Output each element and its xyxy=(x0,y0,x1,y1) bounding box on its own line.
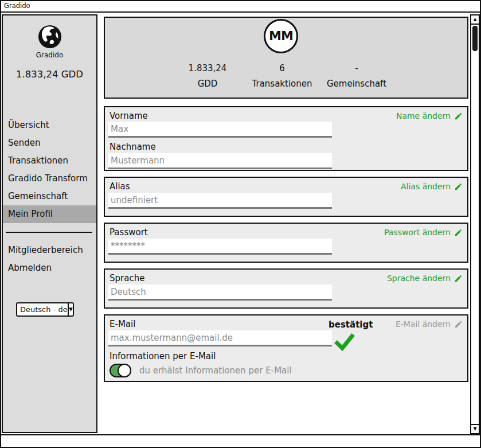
sidebar-item-gradido-transform[interactable]: Gradido Transform xyxy=(3,170,96,188)
scroll-up-arrow-icon[interactable]: ▲ xyxy=(471,15,479,25)
passwort-aendern-label: Passwort ändern xyxy=(384,228,451,237)
passwort-label: Passwort xyxy=(110,227,148,237)
sidebar-item-abmelden[interactable]: Abmelden xyxy=(3,259,96,277)
pencil-icon xyxy=(454,228,463,237)
newsletter-label: Informationen per E-Mail xyxy=(110,351,216,361)
alias-input[interactable] xyxy=(108,193,332,209)
sidebar-item-mitgliederbereich[interactable]: Mitgliederbereich xyxy=(3,241,96,259)
language-dropdown-value: Deutsch - de xyxy=(17,303,68,315)
email-label: E-Mail xyxy=(110,319,135,329)
passwort-aendern-link[interactable]: Passwort ändern xyxy=(384,228,463,237)
newsletter-toggle-row: du erhälst Informationen per E-Mail xyxy=(110,364,292,377)
email-aendern-link[interactable]: E-Mail ändern xyxy=(396,320,463,329)
gradido-logo xyxy=(3,24,96,52)
pencil-icon xyxy=(454,274,463,283)
sidebar-balance: 1.833,24 GDD xyxy=(3,69,96,80)
check-icon xyxy=(334,332,355,354)
email-aendern-label: E-Mail ändern xyxy=(396,320,451,329)
sidebar-footer-nav: Mitgliederbereich Abmelden xyxy=(3,241,96,277)
pencil-icon xyxy=(454,182,463,191)
alias-label: Alias xyxy=(110,181,130,192)
window-titlebar: Gradido xyxy=(0,0,481,13)
scrollbar[interactable]: ▲ ▼ xyxy=(470,14,480,434)
language-dropdown[interactable]: Deutsch - de ▼ xyxy=(16,302,74,317)
vorname-label: Vorname xyxy=(110,111,148,121)
card-password: Passwort Passwort ändern xyxy=(104,223,468,263)
alias-aendern-label: Alias ändern xyxy=(401,182,451,191)
window-title: Gradido xyxy=(0,0,481,12)
pencil-icon xyxy=(454,112,463,120)
passwort-input[interactable] xyxy=(108,239,332,255)
newsletter-toggle[interactable] xyxy=(110,364,131,377)
stat-gemeinschaft-label: Gemeinschaft xyxy=(308,79,405,89)
bottom-bar xyxy=(0,434,481,448)
sidebar-item-mein-profil[interactable]: Mein Profil xyxy=(3,205,96,223)
sprache-label: Sprache xyxy=(110,273,144,283)
sidebar: Gradido 1.833,24 GDD Übersicht Senden Tr… xyxy=(2,14,97,433)
toggle-knob xyxy=(118,364,131,377)
scrollbar-thumb[interactable] xyxy=(472,26,478,51)
sidebar-item-uebersicht[interactable]: Übersicht xyxy=(3,116,96,134)
pencil-icon xyxy=(454,320,463,329)
card-email: E-Mail bestätigt E-Mail ändern Informati… xyxy=(104,314,468,382)
newsletter-hint: du erhälst Informationen per E-Mail xyxy=(139,365,292,376)
email-status-badge: bestätigt xyxy=(329,320,373,330)
sidebar-divider xyxy=(6,232,92,233)
nachname-input[interactable] xyxy=(108,153,332,169)
sprache-input[interactable] xyxy=(108,285,332,301)
email-input[interactable] xyxy=(108,330,332,346)
alias-aendern-link[interactable]: Alias ändern xyxy=(401,182,463,191)
profile-header: MM 1.833,24 GDD 6 Transaktionen - Gemein… xyxy=(104,17,468,99)
name-aendern-label: Name ändern xyxy=(396,111,451,120)
scroll-down-arrow-icon[interactable]: ▼ xyxy=(471,424,479,433)
name-aendern-link[interactable]: Name ändern xyxy=(396,111,463,120)
chevron-down-icon[interactable]: ▼ xyxy=(68,303,73,315)
card-language: Sprache Sprache ändern xyxy=(104,268,468,309)
stat-gemeinschaft-value: - xyxy=(308,61,405,75)
sidebar-item-transaktionen[interactable]: Transaktionen xyxy=(3,152,96,170)
sprache-aendern-label: Sprache ändern xyxy=(387,274,451,283)
vorname-input[interactable] xyxy=(108,122,332,138)
sidebar-item-senden[interactable]: Senden xyxy=(3,134,96,152)
nachname-label: Nachname xyxy=(110,142,156,152)
sidebar-nav: Übersicht Senden Transaktionen Gradido T… xyxy=(3,116,96,223)
card-alias: Alias Alias ändern xyxy=(104,177,468,217)
stat-gemeinschaft: - Gemeinschaft xyxy=(308,61,405,89)
sidebar-item-gemeinschaft[interactable]: Gemeinschaft xyxy=(3,188,96,205)
sidebar-app-name: Gradido xyxy=(3,51,96,59)
card-name: Vorname Nachname Name ändern xyxy=(104,106,468,171)
avatar: MM xyxy=(264,19,298,53)
sprache-aendern-link[interactable]: Sprache ändern xyxy=(387,274,463,283)
